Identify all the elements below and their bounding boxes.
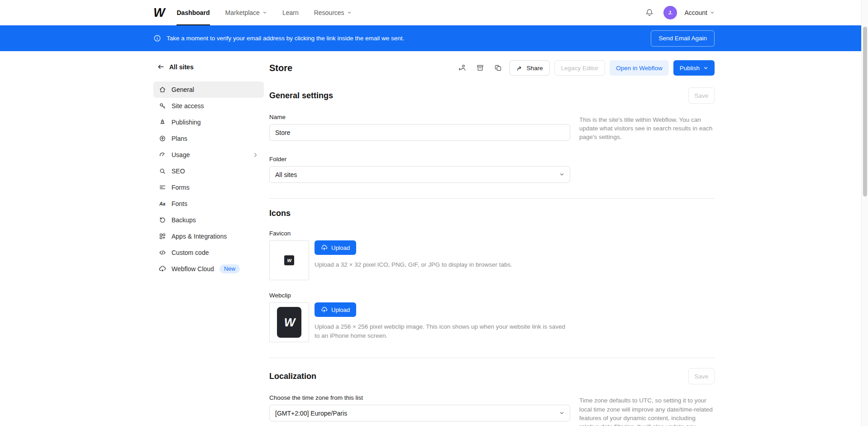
arrow-left-icon (157, 63, 165, 71)
nav-tab-marketplace[interactable]: Marketplace (225, 0, 267, 25)
sidebar-item-label: Fonts (172, 200, 187, 207)
name-help-text: This is the site's title within Webflow.… (579, 114, 715, 141)
general-save-button: Save (688, 87, 715, 104)
settings-menu: General Site access Publishing Plans (153, 81, 264, 277)
sidebar-item-backups[interactable]: Backups (153, 212, 264, 228)
webflow-logo-icon[interactable]: W (153, 0, 164, 25)
favicon-preview: w (269, 240, 309, 280)
nav-tab-resources[interactable]: Resources (314, 0, 352, 25)
share-button[interactable]: Share (510, 60, 550, 76)
lines-icon (159, 184, 166, 191)
sidebar-item-label: Custom code (172, 249, 209, 256)
search-icon (159, 168, 166, 175)
upload-icon (321, 244, 328, 251)
folder-label: Folder (269, 156, 570, 163)
sidebar-item-webflow-cloud[interactable]: Webflow Cloud New (153, 261, 264, 277)
nav-tab-label: Resources (314, 9, 344, 16)
sidebar-item-label: SEO (172, 168, 185, 175)
upload-icon (321, 306, 328, 313)
account-menu[interactable]: Account (684, 9, 715, 16)
sidebar-item-site-access[interactable]: Site access (153, 98, 264, 114)
sidebar-item-label: General (172, 86, 194, 93)
sidebar-item-label: Usage (172, 151, 190, 158)
gauge-icon (159, 151, 166, 158)
account-label: Account (684, 9, 707, 16)
code-icon (159, 249, 166, 256)
page-title: Store (269, 63, 292, 73)
cloud-icon (159, 265, 166, 273)
icons-heading: Icons (269, 209, 291, 218)
sidebar-item-seo[interactable]: SEO (153, 163, 264, 179)
webclip-upload-button[interactable]: Upload (315, 302, 356, 317)
favicon-image: w (284, 255, 294, 265)
sidebar-item-custom-code[interactable]: Custom code (153, 244, 264, 261)
webclip-image: W (277, 307, 301, 338)
verify-email-banner: Take a moment to verify your email addre… (0, 25, 868, 51)
sidebar-item-label: Backups (172, 216, 196, 224)
section-divider (269, 358, 715, 358)
localization-save-button: Save (688, 368, 715, 384)
nav-tab-label: Marketplace (225, 9, 260, 16)
top-navigation: W Dashboard Marketplace Learn Resources (0, 0, 868, 25)
sidebar-item-label: Apps & Integrations (172, 233, 227, 240)
sidebar-item-label: Publishing (172, 119, 201, 126)
arrow-up-circle-icon (159, 135, 166, 142)
upload-label: Upload (331, 306, 350, 313)
legacy-editor-button: Legacy Editor (554, 60, 606, 76)
new-badge: New (219, 264, 240, 273)
chevron-down-icon (703, 66, 708, 71)
chevron-down-icon (347, 10, 352, 15)
favicon-upload-button[interactable]: Upload (315, 240, 356, 255)
back-label: All sites (169, 63, 194, 71)
webclip-help-text: Upload a 256 × 256 pixel webclip image. … (315, 322, 568, 340)
send-email-again-button[interactable]: Send Email Again (651, 30, 715, 47)
timezone-label: Choose the time zone from this list (269, 394, 570, 401)
avatar-initials: J. (668, 10, 672, 15)
duplicate-site-icon[interactable] (491, 61, 505, 75)
folder-selected-value: All sites (275, 171, 297, 178)
sidebar-item-plans[interactable]: Plans (153, 130, 264, 147)
publish-label: Publish (680, 65, 700, 72)
Aa-icon: Aa (159, 200, 166, 207)
localization-heading: Localization (269, 372, 316, 381)
site-name-input[interactable] (269, 124, 570, 141)
sidebar-item-forms[interactable]: Forms (153, 179, 264, 196)
transfer-site-icon[interactable] (455, 61, 469, 75)
settings-sidebar: All sites General Site access Publishing (153, 60, 264, 277)
section-divider (269, 198, 715, 199)
sidebar-item-apps-integrations[interactable]: Apps & Integrations (153, 228, 264, 244)
chevron-down-icon (710, 10, 715, 15)
apps-grid-icon (159, 233, 166, 240)
chevron-down-icon (559, 172, 564, 177)
key-icon (159, 102, 166, 110)
upload-label: Upload (331, 244, 350, 251)
nav-tab-dashboard[interactable]: Dashboard (176, 0, 210, 25)
archive-site-icon[interactable] (473, 61, 487, 75)
scrollbar-thumb[interactable] (863, 27, 867, 196)
name-label: Name (269, 114, 570, 120)
webclip-label: Webclip (269, 292, 715, 299)
user-avatar[interactable]: J. (663, 6, 677, 19)
vertical-scrollbar[interactable] (861, 0, 868, 426)
open-in-webflow-button[interactable]: Open in Webflow (610, 60, 669, 76)
webclip-preview: W (269, 302, 309, 342)
folder-select[interactable]: All sites (269, 166, 570, 183)
notifications-bell-icon[interactable] (643, 5, 656, 20)
back-to-all-sites[interactable]: All sites (153, 60, 264, 73)
sidebar-item-general[interactable]: General (153, 81, 264, 98)
rocket-icon (159, 119, 166, 126)
home-icon (159, 86, 166, 93)
banner-message: Take a moment to verify your email addre… (167, 35, 404, 42)
nav-tab-learn[interactable]: Learn (282, 0, 299, 25)
publish-button[interactable]: Publish (673, 60, 715, 76)
sidebar-item-label: Forms (172, 184, 190, 191)
share-arrow-icon (516, 65, 523, 72)
timezone-select[interactable]: [GMT+2:00] Europe/Paris (269, 405, 570, 421)
sidebar-item-publishing[interactable]: Publishing (153, 114, 264, 130)
timezone-selected-value: [GMT+2:00] Europe/Paris (275, 410, 347, 417)
info-icon (153, 34, 161, 42)
chevron-down-icon (262, 10, 267, 15)
sidebar-item-usage[interactable]: Usage (153, 147, 264, 163)
sidebar-item-fonts[interactable]: Aa Fonts (153, 196, 264, 212)
timezone-help-text: Time zone defaults to UTC, so setting it… (579, 394, 715, 426)
